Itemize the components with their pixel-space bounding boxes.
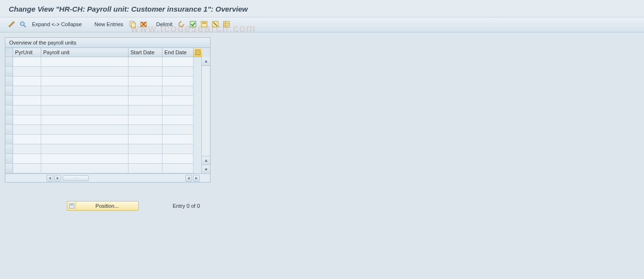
expand-collapse-button[interactable]: Expand <-> Collapse — [29, 21, 85, 27]
page-title: Change View "HR-CH: Payroll unit: Custom… — [0, 0, 644, 17]
cell-pyrunit[interactable] — [13, 106, 41, 115]
scroll-up-icon[interactable] — [202, 57, 210, 66]
cell-start-date[interactable] — [129, 67, 162, 77]
cell-payroll-unit[interactable] — [41, 135, 129, 144]
scroll-left-icon[interactable] — [47, 175, 53, 182]
cell-payroll-unit[interactable] — [41, 144, 129, 154]
svg-rect-12 — [224, 21, 229, 27]
cell-end-date[interactable] — [162, 57, 193, 67]
cell-pyrunit[interactable] — [13, 115, 41, 125]
cell-start-date[interactable] — [129, 135, 162, 144]
column-payroll-unit[interactable]: Payroll unit — [41, 48, 129, 57]
select-block-icon[interactable] — [199, 19, 209, 29]
svg-rect-16 — [195, 50, 200, 55]
cell-payroll-unit[interactable] — [41, 125, 129, 135]
row-selector[interactable] — [5, 144, 13, 154]
select-all-column[interactable] — [5, 48, 13, 57]
scroll-right-icon[interactable] — [54, 175, 61, 182]
cell-start-date[interactable] — [129, 106, 162, 115]
cell-payroll-unit[interactable] — [41, 86, 129, 96]
configure-columns-icon[interactable] — [193, 48, 202, 57]
cell-pyrunit[interactable] — [13, 57, 41, 67]
cell-start-date[interactable] — [129, 125, 162, 135]
cell-payroll-unit[interactable] — [41, 57, 129, 67]
scroll-right-end-icon[interactable] — [193, 175, 200, 182]
position-button[interactable]: Position... — [67, 201, 139, 211]
row-selector[interactable] — [5, 125, 13, 135]
column-pyrunit[interactable]: PyrUnit — [13, 48, 41, 57]
cell-pyrunit[interactable] — [13, 154, 41, 164]
cell-end-date[interactable] — [162, 96, 193, 106]
row-selector[interactable] — [5, 164, 13, 173]
delete-icon[interactable] — [139, 19, 148, 29]
cell-start-date[interactable] — [129, 115, 162, 125]
row-selector[interactable] — [5, 57, 13, 67]
scroll-track[interactable] — [202, 66, 210, 156]
find-icon[interactable] — [18, 19, 28, 29]
cell-end-date[interactable] — [162, 86, 193, 96]
cell-end-date[interactable] — [162, 154, 193, 164]
cell-pyrunit[interactable] — [13, 125, 41, 135]
cell-pyrunit[interactable] — [13, 86, 41, 96]
cell-pyrunit[interactable] — [13, 135, 41, 144]
grid-title: Overview of the payroll units — [5, 38, 210, 48]
row-selector[interactable] — [5, 86, 13, 96]
scroll-left-end-icon[interactable] — [185, 175, 192, 182]
cell-end-date[interactable] — [162, 164, 193, 173]
cell-end-date[interactable] — [162, 135, 193, 144]
row-selector[interactable] — [5, 67, 13, 77]
cell-payroll-unit[interactable] — [41, 164, 129, 173]
cell-start-date[interactable] — [129, 144, 162, 154]
new-entries-button[interactable]: New Entries — [92, 21, 126, 27]
table-row — [5, 154, 201, 164]
deselect-all-icon[interactable] — [210, 19, 220, 29]
cell-end-date[interactable] — [162, 67, 193, 77]
cell-payroll-unit[interactable] — [41, 77, 129, 86]
cell-end-date[interactable] — [162, 77, 193, 86]
cell-pyrunit[interactable] — [13, 164, 41, 173]
row-selector[interactable] — [5, 96, 13, 106]
select-all-icon[interactable] — [188, 19, 198, 29]
grid-container: Overview of the payroll units PyrUnit Pa… — [5, 37, 210, 183]
cell-end-date[interactable] — [162, 144, 193, 154]
vertical-scrollbar[interactable] — [201, 57, 210, 173]
cell-payroll-unit[interactable] — [41, 67, 129, 77]
cell-end-date[interactable] — [162, 125, 193, 135]
cell-payroll-unit[interactable] — [41, 96, 129, 106]
table-row — [5, 164, 201, 173]
table-row — [5, 57, 201, 67]
svg-rect-8 — [201, 21, 207, 27]
toggle-display-change-icon[interactable] — [7, 19, 16, 29]
cell-start-date[interactable] — [129, 96, 162, 106]
cell-payroll-unit[interactable] — [41, 154, 129, 164]
scroll-thumb[interactable] — [63, 175, 89, 181]
table-row — [5, 67, 201, 77]
cell-end-date[interactable] — [162, 115, 193, 125]
undo-icon[interactable] — [177, 19, 187, 29]
cell-pyrunit[interactable] — [13, 67, 41, 77]
cell-payroll-unit[interactable] — [41, 106, 129, 115]
cell-pyrunit[interactable] — [13, 77, 41, 86]
cell-start-date[interactable] — [129, 57, 162, 67]
cell-pyrunit[interactable] — [13, 96, 41, 106]
row-selector[interactable] — [5, 154, 13, 164]
column-end-date[interactable]: End Date — [162, 48, 193, 57]
cell-start-date[interactable] — [129, 77, 162, 86]
row-selector[interactable] — [5, 115, 13, 125]
cell-start-date[interactable] — [129, 86, 162, 96]
row-selector[interactable] — [5, 135, 13, 144]
cell-pyrunit[interactable] — [13, 144, 41, 154]
cell-start-date[interactable] — [129, 154, 162, 164]
row-selector[interactable] — [5, 106, 13, 115]
scroll-up-page-icon[interactable] — [202, 156, 210, 165]
scroll-down-icon[interactable] — [202, 165, 210, 173]
row-selector[interactable] — [5, 77, 13, 86]
delimit-button[interactable]: Delimit — [153, 21, 176, 27]
table-settings-icon[interactable] — [222, 19, 231, 29]
column-start-date[interactable]: Start Date — [129, 48, 162, 57]
copy-icon[interactable] — [128, 19, 137, 29]
cell-start-date[interactable] — [129, 164, 162, 173]
cell-payroll-unit[interactable] — [41, 115, 129, 125]
cell-end-date[interactable] — [162, 106, 193, 115]
horizontal-scrollbar[interactable] — [5, 173, 210, 182]
